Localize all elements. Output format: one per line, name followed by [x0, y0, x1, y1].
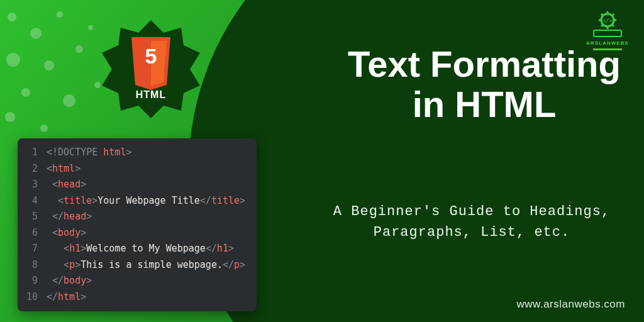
line-number: 9 [23, 273, 38, 289]
svg-line-9 [601, 14, 603, 16]
line-number: 8 [23, 257, 38, 274]
code-line: 5 </head> [18, 209, 257, 225]
subtitle: A Beginner's Guide to Headings, Paragrap… [314, 201, 629, 243]
line-number: 6 [23, 225, 38, 242]
code-content: <title>Your Webpage Title</title> [47, 193, 245, 209]
svg-text:</>: </> [603, 18, 613, 24]
code-line: 6 <body> [18, 225, 257, 242]
code-line: 3 <head> [18, 177, 257, 193]
brand-logo: </> ARSLANWEBS [585, 11, 630, 57]
line-number: 5 [23, 209, 38, 225]
brand-logo-text: ARSLANWEBS [585, 40, 630, 46]
logo-stand [593, 48, 622, 50]
line-number: 10 [23, 289, 38, 306]
code-line: 7 <h1>Welcome to My Webpage</h1> [18, 241, 257, 257]
code-line: 1<!DOCTYPE html> [18, 145, 257, 161]
svg-rect-14 [594, 30, 621, 36]
html5-shield-icon: 5 [129, 36, 173, 92]
badge-label: HTML [136, 89, 166, 101]
code-line: 9 </body> [18, 273, 257, 289]
line-number: 4 [23, 193, 38, 209]
svg-line-12 [601, 25, 603, 26]
code-content: <body> [47, 225, 86, 242]
code-content: </body> [47, 273, 92, 289]
code-line: 8 <p>This is a simple webpage.</p> [18, 257, 257, 274]
gear-monitor-icon: </> [589, 11, 626, 39]
svg-line-11 [612, 14, 614, 16]
code-content: <html> [47, 161, 80, 177]
code-content: <h1>Welcome to My Webpage</h1> [47, 241, 234, 257]
code-content: </html> [47, 289, 86, 306]
line-number: 3 [23, 177, 38, 193]
code-content: <!DOCTYPE html> [47, 145, 131, 161]
svg-line-10 [612, 25, 614, 26]
website-url: www.arslanwebs.com [517, 298, 625, 311]
line-number: 7 [23, 241, 38, 257]
svg-text:5: 5 [145, 44, 157, 68]
code-content: </head> [47, 209, 92, 225]
code-line: 10</html> [18, 289, 257, 306]
banner: 5 HTML 1<!DOCTYPE html>2<html>3 <head>4 … [0, 0, 644, 322]
code-editor: 1<!DOCTYPE html>2<html>3 <head>4 <title>… [18, 138, 257, 311]
code-content: <p>This is a simple webpage.</p> [47, 257, 245, 274]
html5-badge: 5 HTML [101, 19, 201, 119]
code-content: <head> [47, 177, 86, 193]
line-number: 1 [23, 145, 38, 161]
code-line: 2<html> [18, 161, 257, 177]
line-number: 2 [23, 161, 38, 177]
code-line: 4 <title>Your Webpage Title</title> [18, 193, 257, 209]
